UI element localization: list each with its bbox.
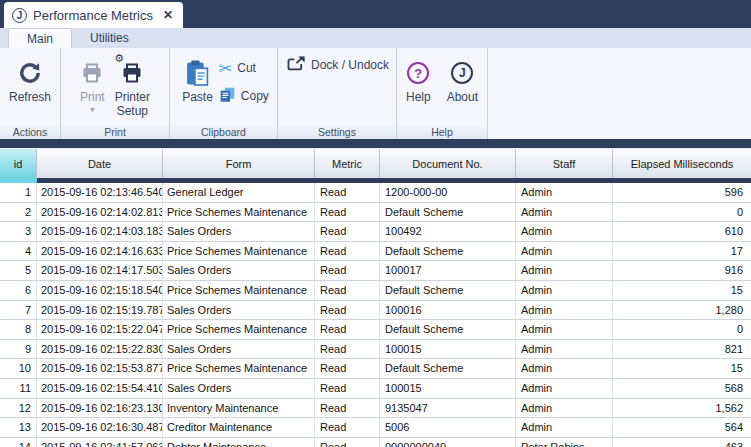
grid-body: 12015-09-16 02:13:46.540General LedgerRe… (0, 183, 751, 447)
grid-cell: 916 (613, 261, 751, 280)
print-label: Print (80, 90, 105, 104)
grid-cell: 0 (613, 203, 751, 222)
table-row[interactable]: 42015-09-16 02:14:16.633Price Schemes Ma… (0, 242, 751, 262)
grid-cell: Read (315, 242, 380, 261)
column-header-id[interactable]: id (0, 149, 37, 178)
dock-undock-icon (286, 55, 306, 76)
grid-cell: 17 (613, 242, 751, 261)
grid-cell: 2 (0, 203, 37, 222)
printer-setup-label-line2: Setup (117, 104, 148, 118)
grid-cell: 2015-09-16 02:15:22.830 (37, 340, 163, 359)
grid-cell: 2015-09-16 02:14:03.183 (37, 222, 163, 241)
grid-cell: 15 (613, 359, 751, 378)
copy-button[interactable]: Copy (219, 86, 269, 106)
group-label-clipboard: Clipboard (170, 126, 277, 139)
column-header-date[interactable]: Date (37, 149, 163, 178)
table-row[interactable]: 32015-09-16 02:14:03.183Sales OrdersRead… (0, 222, 751, 242)
help-button[interactable]: ? Help (402, 54, 435, 126)
about-label: About (447, 90, 478, 104)
about-button[interactable]: J About (443, 54, 482, 126)
refresh-button[interactable]: Refresh (5, 54, 55, 126)
refresh-icon (17, 56, 43, 90)
document-tab-title: Performance Metrics (33, 8, 153, 23)
grid-cell: Debtor Maintenance (163, 438, 315, 447)
grid-cell: Admin (516, 203, 613, 222)
table-row[interactable]: 122015-09-16 02:16:23.130Inventory Maint… (0, 399, 751, 419)
grid-cell: 9135047 (380, 399, 516, 418)
table-row[interactable]: 12015-09-16 02:13:46.540General LedgerRe… (0, 183, 751, 203)
column-header-document-no[interactable]: Document No. (380, 149, 516, 178)
paste-label: Paste (182, 90, 213, 104)
copy-icon (219, 86, 236, 107)
grid-cell: Admin (516, 320, 613, 339)
grid-cell: 9 (0, 340, 37, 359)
printer-setup-button[interactable]: ⚙ Printer Setup (111, 54, 154, 126)
grid-cell: Peter Robins (516, 438, 613, 447)
grid-cell: 0 (613, 320, 751, 339)
grid-cell: Default Scheme (380, 203, 516, 222)
table-row[interactable]: 22015-09-16 02:14:02.813Price Schemes Ma… (0, 203, 751, 223)
grid-cell: Read (315, 281, 380, 300)
grid-cell: 1200-000-00 (380, 183, 516, 202)
column-header-staff[interactable]: Staff (516, 149, 613, 178)
cut-button[interactable]: ✂ Cut (219, 58, 269, 78)
table-row[interactable]: 52015-09-16 02:14:17.503Sales OrdersRead… (0, 261, 751, 281)
print-button[interactable]: Print ▾ (76, 54, 109, 126)
grid-cell: 100017 (380, 261, 516, 280)
grid-cell: 100015 (380, 379, 516, 398)
table-row[interactable]: 132015-09-16 02:16:30.487Creditor Mainte… (0, 418, 751, 438)
app-window: J Performance Metrics ✕ Main Utilities R… (0, 0, 751, 447)
grid-cell: 2015-09-16 02:15:19.787 (37, 301, 163, 320)
column-header-form[interactable]: Form (163, 149, 315, 178)
grid-cell: 2015-09-16 02:14:02.813 (37, 203, 163, 222)
table-row[interactable]: 142015-09-16 02:41:57.063Debtor Maintena… (0, 438, 751, 447)
grid-cell: 564 (613, 418, 751, 437)
grid-header: idDateFormMetricDocument No.StaffElapsed… (0, 148, 751, 178)
grid-cell: Admin (516, 301, 613, 320)
column-header-elapsed-milliseconds[interactable]: Elapsed Milliseconds (613, 149, 751, 178)
table-row[interactable]: 82015-09-16 02:15:22.047Price Schemes Ma… (0, 320, 751, 340)
grid-cell: 8 (0, 320, 37, 339)
tab-utilities[interactable]: Utilities (72, 28, 147, 48)
grid-cell: Read (315, 261, 380, 280)
ribbon-empty-area (488, 48, 751, 139)
table-row[interactable]: 62015-09-16 02:15:18.540Price Schemes Ma… (0, 281, 751, 301)
paste-button[interactable]: Paste (178, 54, 217, 126)
grid-cell: Admin (516, 418, 613, 437)
group-label-settings: Settings (278, 126, 396, 139)
grid-cell: Read (315, 320, 380, 339)
app-logo-icon: J (12, 8, 27, 23)
grid-cell: 2015-09-16 02:16:23.130 (37, 399, 163, 418)
grid-cell: 596 (613, 183, 751, 202)
table-row[interactable]: 102015-09-16 02:15:53.877Price Schemes M… (0, 359, 751, 379)
performance-grid: idDateFormMetricDocument No.StaffElapsed… (0, 148, 751, 447)
grid-cell: 1,280 (613, 301, 751, 320)
grid-cell: Price Schemes Maintenance (163, 203, 315, 222)
tab-main[interactable]: Main (8, 28, 72, 48)
close-icon[interactable]: ✕ (163, 8, 173, 22)
ribbon-tab-bar: Main Utilities (0, 28, 751, 48)
grid-cell: Read (315, 438, 380, 447)
grid-cell: 5006 (380, 418, 516, 437)
grid-cell: 15 (613, 281, 751, 300)
table-row[interactable]: 92015-09-16 02:15:22.830Sales OrdersRead… (0, 340, 751, 360)
column-header-metric[interactable]: Metric (315, 149, 380, 178)
table-row[interactable]: 112015-09-16 02:15:54.410Sales OrdersRea… (0, 379, 751, 399)
grid-cell: 100015 (380, 340, 516, 359)
print-dropdown-icon[interactable]: ▾ (90, 106, 94, 114)
grid-cell: Admin (516, 281, 613, 300)
grid-cell: Price Schemes Maintenance (163, 281, 315, 300)
grid-cell: Read (315, 359, 380, 378)
dock-undock-button[interactable]: Dock / Undock (286, 54, 389, 76)
grid-cell: 2015-09-16 02:16:30.487 (37, 418, 163, 437)
table-row[interactable]: 72015-09-16 02:15:19.787Sales OrdersRead… (0, 301, 751, 321)
printer-icon (80, 56, 104, 90)
ribbon-group-print: Print ▾ ⚙ Printer Setup P (61, 48, 170, 139)
grid-cell: Admin (516, 379, 613, 398)
grid-cell: Price Schemes Maintenance (163, 242, 315, 261)
grid-cell: 2015-09-16 02:15:54.410 (37, 379, 163, 398)
grid-cell: 12 (0, 399, 37, 418)
document-tab[interactable]: J Performance Metrics ✕ (4, 2, 183, 28)
grid-cell: 11 (0, 379, 37, 398)
grid-cell: Admin (516, 242, 613, 261)
